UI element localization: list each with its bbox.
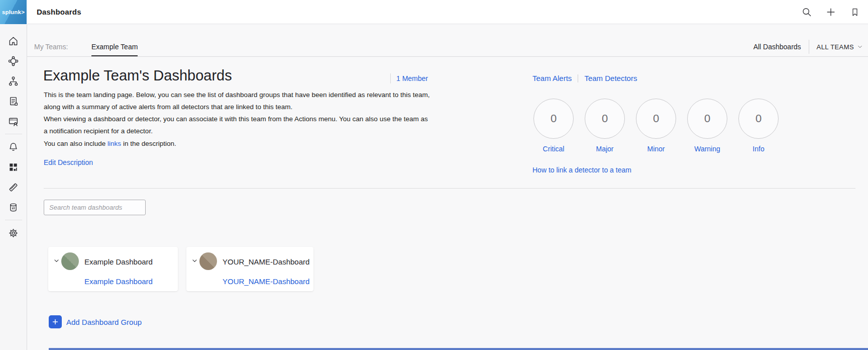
how-to-link-detector-link[interactable]: How to link a detector to a team: [532, 166, 631, 174]
splunk-logo-text: splunk>: [2, 9, 25, 15]
severity-minor: 0 Minor: [635, 99, 677, 153]
vertical-divider: [578, 74, 578, 82]
tab-team-detectors[interactable]: Team Detectors: [584, 74, 637, 82]
critical-label-link[interactable]: Critical: [543, 145, 565, 153]
nav-alerts[interactable]: [1, 137, 27, 157]
description-paragraph-2: When viewing a dashboard or detector, yo…: [44, 113, 446, 137]
add-dashboard-group-label: Add Dashboard Group: [66, 318, 142, 326]
nav-metrics[interactable]: [1, 177, 27, 197]
severity-critical: 0 Critical: [533, 99, 574, 153]
nav-infrastructure[interactable]: [1, 71, 27, 91]
severity-info: 0 Info: [738, 99, 779, 153]
members-link[interactable]: 1 Member: [396, 74, 428, 82]
chevron-down-icon: [857, 44, 863, 50]
all-dashboards-link[interactable]: All Dashboards: [753, 43, 801, 51]
team-page-title: Example Team's Dashboards: [43, 67, 232, 84]
alerts-bell-icon: [8, 141, 19, 153]
dashboard-group-avatar: [61, 252, 79, 270]
content-area: My Teams: Example Team All Dashboards AL…: [27, 25, 868, 350]
teams-tab-bar: My Teams: Example Team All Dashboards AL…: [27, 25, 868, 57]
alerts-panel-tabs: Team Alerts Team Detectors: [532, 74, 637, 82]
major-label-link[interactable]: Major: [596, 145, 613, 153]
section-divider: [44, 188, 855, 189]
bookmark-icon: [850, 7, 860, 17]
dashboard-group-avatar: [199, 252, 217, 270]
left-nav-rail: [0, 25, 27, 350]
add-icon-square: [49, 315, 62, 328]
search-button[interactable]: [798, 3, 816, 21]
data-management-icon: [8, 202, 19, 213]
nav-log-observer[interactable]: [1, 91, 27, 111]
bookmarks-button[interactable]: [846, 3, 864, 21]
search-team-dashboards-input[interactable]: [44, 200, 146, 215]
dashboard-group-card[interactable]: Example Dashboard Example Dashboard: [48, 247, 178, 291]
sidebar-divider: [5, 220, 22, 220]
my-teams-label: My Teams:: [34, 43, 68, 51]
splunk-logo[interactable]: splunk>: [0, 0, 27, 24]
nav-data-management[interactable]: [1, 197, 27, 217]
page-title-topbar: Dashboards: [37, 8, 81, 16]
chevron-down-icon[interactable]: [53, 257, 60, 264]
dashboard-group-name: YOUR_NAME-Dashboard: [223, 257, 309, 266]
plus-icon: [825, 7, 836, 18]
info-label-link[interactable]: Info: [752, 145, 764, 153]
vertical-divider: [809, 40, 809, 54]
members-row: 1 Member: [390, 73, 428, 83]
tab-team-alerts[interactable]: Team Alerts: [532, 74, 572, 82]
critical-count-circle: 0: [533, 99, 574, 139]
create-button[interactable]: [822, 3, 840, 21]
vertical-divider: [390, 73, 391, 83]
add-dashboard-group-button[interactable]: Add Dashboard Group: [49, 315, 142, 328]
bottom-edge-line: [49, 348, 868, 350]
major-count-circle: 0: [585, 99, 625, 139]
nav-dashboards[interactable]: [1, 157, 27, 177]
dashboard-group-card[interactable]: YOUR_NAME-Dashboard YOUR_NAME-Dashboard: [186, 247, 313, 291]
search-icon: [801, 7, 812, 18]
minor-count-circle: 0: [636, 99, 676, 139]
description-paragraph-3: You can also include links in the descri…: [44, 138, 446, 150]
info-count-circle: 0: [738, 99, 779, 139]
team-selector-dropdown[interactable]: ALL TEAMS: [817, 43, 863, 51]
top-bar: splunk> Dashboards: [0, 0, 868, 24]
team-selector-label: ALL TEAMS: [817, 43, 854, 51]
severity-warning: 0 Warning: [687, 99, 728, 153]
description-paragraph-1: This is the team landing page. Below, yo…: [44, 89, 446, 113]
dashboards-grid-icon: [8, 161, 19, 173]
nav-home[interactable]: [1, 31, 27, 51]
minor-label-link[interactable]: Minor: [647, 145, 665, 153]
nav-rum[interactable]: [1, 111, 27, 131]
tab-example-team[interactable]: Example Team: [91, 43, 138, 56]
severity-counters: 0 Critical 0 Major 0 Minor 0 Warning 0 I…: [533, 99, 779, 153]
topbar-actions: [798, 3, 868, 21]
warning-count-circle: 0: [687, 99, 727, 139]
infrastructure-icon: [8, 75, 19, 87]
teams-bar-right: All Dashboards ALL TEAMS: [753, 39, 863, 55]
chevron-down-icon[interactable]: [191, 257, 198, 264]
home-icon: [8, 35, 19, 47]
edit-description-link[interactable]: Edit Description: [44, 158, 93, 166]
links-inline-link[interactable]: links: [107, 140, 121, 147]
log-observer-icon: [8, 96, 19, 107]
apm-icon: [8, 55, 19, 67]
plus-icon: [52, 318, 59, 325]
nav-apm[interactable]: [1, 51, 27, 71]
nav-settings[interactable]: [1, 223, 27, 243]
dashboard-link[interactable]: YOUR_NAME-Dashboard: [223, 277, 309, 286]
warning-label-link[interactable]: Warning: [694, 145, 720, 153]
settings-gear-icon: [8, 227, 19, 239]
dashboard-link[interactable]: Example Dashboard: [84, 277, 153, 286]
metrics-ruler-icon: [8, 182, 19, 193]
severity-major: 0 Major: [584, 99, 625, 153]
dashboard-group-name: Example Dashboard: [84, 257, 153, 266]
sidebar-divider: [5, 134, 22, 134]
rum-icon: [8, 116, 19, 127]
team-landing-main: Example Team's Dashboards 1 Member This …: [27, 57, 868, 350]
